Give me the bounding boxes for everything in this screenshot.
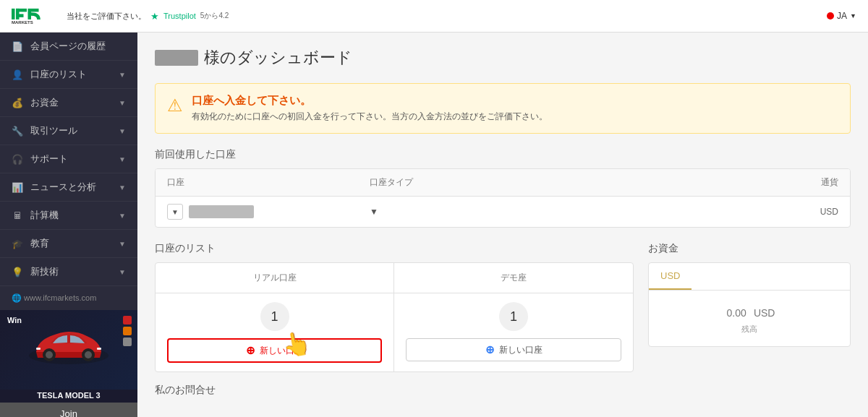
dashboard-title: 様のダッシュボード <box>155 47 851 69</box>
svg-rect-5 <box>31 9 39 12</box>
sidebar-item-calculator[interactable]: 🖩 計算機 ▼ <box>0 202 137 230</box>
svg-rect-0 <box>12 9 15 20</box>
lang-dot-icon <box>827 12 834 20</box>
account-list-section-title: 口座のリスト <box>155 242 634 255</box>
col-header-type: 口座タイプ <box>370 176 752 189</box>
sidebar-label-support: サポート <box>30 152 68 165</box>
account-chevron-button[interactable]: ▼ <box>167 204 183 220</box>
chevron-down-icon-7: ▼ <box>119 240 126 248</box>
chevron-down-icon-2: ▼ <box>119 99 126 107</box>
sidebar-item-accounts[interactable]: 👤 口座のリスト ▼ <box>0 61 137 89</box>
svg-rect-2 <box>16 9 27 12</box>
graduation-icon: 🎓 <box>12 238 23 249</box>
alert-body: 有効化のために口座への初回入金を行って下さい。当方の入金方法の並びをご評価下さい… <box>192 111 548 123</box>
sidebar-item-education[interactable]: 🎓 教育 ▼ <box>0 230 137 258</box>
svg-point-9 <box>46 351 53 358</box>
promo-color-swatches <box>123 316 132 346</box>
sidebar-item-news[interactable]: 📊 ニュースと分析 ▼ <box>0 173 137 202</box>
new-real-account-button[interactable]: ⊕ 新しい口座 <box>167 338 382 363</box>
sidebar-label-accounts: 口座のリスト <box>30 68 87 81</box>
chevron-down-icon: ▼ <box>119 71 126 79</box>
website-url-label: www.ifcmarkets.com <box>24 293 96 302</box>
account-type-cell[interactable]: ▼ <box>370 207 752 217</box>
accounts-card-body: 1 ⊕ 新しい口座 1 ⊕ 新しい口座 <box>156 293 633 371</box>
table-row: ▼ ▼ USD <box>156 197 850 227</box>
swatch-gray <box>123 338 132 346</box>
trustpilot-label[interactable]: Trustpilot <box>163 12 196 20</box>
chart-icon: 📊 <box>12 182 23 193</box>
tools-icon: 🔧 <box>12 126 23 137</box>
sidebar-label-education: 教育 <box>30 237 49 250</box>
tab-usd[interactable]: USD <box>649 263 692 290</box>
svg-rect-12 <box>97 348 101 350</box>
money-icon: 💰 <box>12 98 23 108</box>
chevron-down-icon-4: ▼ <box>119 155 126 163</box>
account-list-section: 口座のリスト リアル口座 デモ座 1 ⊕ 新しい口座 <box>155 242 634 397</box>
real-account-col-header: リアル口座 <box>156 263 394 293</box>
table-header: 口座 口座タイプ 通貨 <box>156 169 850 197</box>
funds-body: 0.00 USD 残高 <box>649 291 850 346</box>
alert-content: 口座へ入金して下さい。 有効化のために口座への初回入金を行って下さい。当方の入金… <box>192 94 548 123</box>
funds-section-title: お資金 <box>648 242 851 255</box>
funds-tabs: USD <box>649 263 850 291</box>
inquiry-section-title: 私のお問合せ <box>155 384 634 397</box>
new-demo-account-button[interactable]: ⊕ 新しい口座 <box>406 338 621 361</box>
sidebar-promo-banner: Win <box>0 310 137 417</box>
main-layout: 📄 会員ページの履歴 👤 口座のリスト ▼ 💰 お資金 ▼ 🔧 取引ツール ▼ <box>0 33 868 417</box>
sidebar: 📄 会員ページの履歴 👤 口座のリスト ▼ 💰 お資金 ▼ 🔧 取引ツール ▼ <box>0 33 137 417</box>
dashboard-title-text: 様のダッシュボード <box>204 47 352 69</box>
topbar-left: MARKETS 当社をご評価下さい。 ★ Trustpilot 5から4.2 <box>12 5 229 27</box>
bulb-icon: 💡 <box>12 267 23 278</box>
sidebar-label-history: 会員ページの履歴 <box>30 40 106 53</box>
person-icon: 👤 <box>12 69 23 80</box>
plus-icon-blue: ⊕ <box>485 343 495 356</box>
globe-icon: 🌐 <box>12 293 22 302</box>
promo-model-text: TESLA MODEL 3 <box>0 390 137 403</box>
accounts-card-header: リアル口座 デモ座 <box>156 263 633 293</box>
chevron-down-icon-3: ▼ <box>119 127 126 135</box>
sidebar-item-tools[interactable]: 🔧 取引ツール ▼ <box>0 117 137 145</box>
col-header-currency: 通貨 <box>752 176 838 189</box>
demo-account-col-body: 1 ⊕ 新しい口座 <box>394 293 633 371</box>
chevron-down-icon-6: ▼ <box>119 212 126 220</box>
user-name-redacted <box>155 50 198 66</box>
last-used-account-table: 口座 口座タイプ 通貨 ▼ ▼ USD <box>155 168 851 228</box>
svg-rect-4 <box>28 9 32 20</box>
sidebar-label-calculator: 計算機 <box>30 209 59 222</box>
tesla-car-image <box>22 316 116 370</box>
warning-icon: ⚠ <box>167 95 183 116</box>
funds-section: お資金 USD 0.00 USD 残高 <box>648 242 851 397</box>
logo[interactable]: MARKETS <box>12 5 55 27</box>
calculator-icon: 🖩 <box>12 210 23 221</box>
col-header-account: 口座 <box>167 176 370 189</box>
real-account-count: 1 <box>260 302 289 331</box>
document-icon: 📄 <box>12 41 23 52</box>
sidebar-website-url[interactable]: 🌐 www.ifcmarkets.com <box>0 286 137 310</box>
sidebar-item-history[interactable]: 📄 会員ページの履歴 <box>0 33 137 61</box>
funds-amount-unit: USD <box>754 307 775 319</box>
last-used-section-title: 前回使用した口座 <box>155 148 851 161</box>
account-currency-cell: USD <box>752 207 838 217</box>
new-demo-account-label: 新しい口座 <box>499 344 542 356</box>
promo-win-text: Win <box>7 316 22 324</box>
sidebar-item-funds[interactable]: 💰 お資金 ▼ <box>0 89 137 117</box>
funds-amount: 0.00 USD <box>660 302 838 321</box>
chevron-down-icon-5: ▼ <box>119 184 126 192</box>
funds-amount-value: 0.00 <box>727 307 746 319</box>
alert-title[interactable]: 口座へ入金して下さい。 <box>192 94 548 108</box>
sidebar-item-support[interactable]: 🎧 サポート ▼ <box>0 145 137 173</box>
language-selector[interactable]: JA ▼ <box>827 11 856 21</box>
sidebar-label-tools: 取引ツール <box>30 124 77 137</box>
lang-label: JA <box>837 11 847 21</box>
lang-chevron-icon: ▼ <box>850 12 856 20</box>
svg-rect-13 <box>36 348 41 350</box>
deposit-alert: ⚠ 口座へ入金して下さい。 有効化のために口座への初回入金を行って下さい。当方の… <box>155 83 851 134</box>
chevron-down-icon-8: ▼ <box>119 268 126 276</box>
promo-join-button[interactable]: Join <box>0 403 137 417</box>
demo-account-count: 1 <box>499 302 528 331</box>
svg-text:MARKETS: MARKETS <box>12 20 33 25</box>
trustpilot-rating: 5から4.2 <box>200 11 229 21</box>
trustpilot-area: 当社をご評価下さい。 ★ Trustpilot 5から4.2 <box>67 11 229 22</box>
headphone-icon: 🎧 <box>12 154 23 165</box>
sidebar-item-newtechnology[interactable]: 💡 新技術 ▼ <box>0 258 137 286</box>
